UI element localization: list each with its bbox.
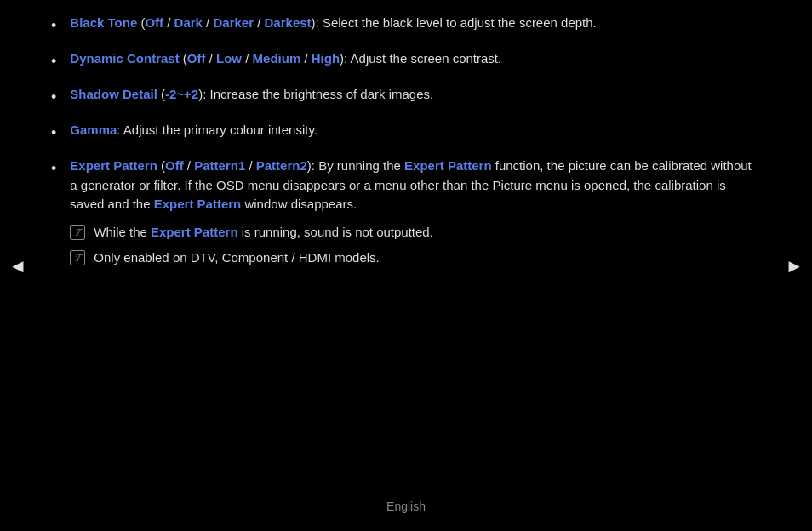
label-dynamic-contrast: Dynamic Contrast (70, 51, 179, 66)
dc-opt4: High (312, 51, 340, 66)
note-line-1: 𝓣 While the Expert Pattern is running, s… (70, 223, 761, 243)
item-text-dynamic-contrast: Dynamic Contrast (Off / Low / Medium / H… (70, 49, 761, 69)
label-black-tone: Black Tone (70, 15, 137, 30)
black-tone-opt1: Off (145, 15, 163, 30)
list-item-expert-pattern: • Expert Pattern (Off / Pattern1 / Patte… (51, 157, 761, 275)
ep-opt2: Pattern1 (194, 158, 245, 173)
main-content: • Black Tone (Off / Dark / Darker / Dark… (0, 0, 812, 338)
ep-inline-label: Expert Pattern (404, 158, 492, 173)
item-text-shadow-detail: Shadow Detail (-2~+2): Increase the brig… (70, 85, 761, 105)
label-shadow-detail: Shadow Detail (70, 87, 157, 101)
black-tone-opt4: Darkest (265, 15, 312, 30)
list-item-gamma: • Gamma: Adjust the primary colour inten… (51, 121, 761, 145)
label-gamma: Gamma (70, 123, 117, 137)
item-text-gamma: Gamma: Adjust the primary colour intensi… (70, 121, 761, 140)
bullet-icon: • (51, 157, 56, 180)
item-text-black-tone: Black Tone (Off / Dark / Darker / Darkes… (70, 14, 761, 33)
dc-opt3: Medium (253, 51, 301, 66)
item-text-expert-pattern: Expert Pattern (Off / Pattern1 / Pattern… (70, 157, 761, 275)
note-line-2: 𝓣 Only enabled on DTV, Component / HDMI … (70, 248, 761, 268)
black-tone-opt3: Darker (213, 15, 254, 30)
list-item-dynamic-contrast: • Dynamic Contrast (Off / Low / Medium /… (51, 49, 761, 73)
bullet-icon: • (51, 50, 56, 73)
content-list: • Black Tone (Off / Dark / Darker / Dark… (51, 14, 761, 275)
note1-highlight: Expert Pattern (151, 225, 238, 239)
note-icon-1: 𝓣 (70, 225, 85, 240)
note-icon-2: 𝓣 (70, 250, 85, 266)
ep-opt1: Off (165, 158, 184, 173)
footer-language: English (386, 498, 426, 516)
notes-block: 𝓣 While the Expert Pattern is running, s… (70, 223, 761, 268)
bullet-icon: • (51, 14, 56, 37)
note-text-1: While the Expert Pattern is running, sou… (94, 223, 433, 243)
ep-inline-label2: Expert Pattern (154, 197, 242, 211)
label-expert-pattern: Expert Pattern (70, 158, 157, 173)
list-item-black-tone: • Black Tone (Off / Dark / Darker / Dark… (51, 14, 761, 37)
list-item-shadow-detail: • Shadow Detail (-2~+2): Increase the br… (51, 85, 761, 109)
dc-opt2: Low (216, 51, 242, 66)
ep-opt3: Pattern2 (256, 158, 307, 173)
dc-opt1: Off (187, 51, 206, 66)
note-text-2: Only enabled on DTV, Component / HDMI mo… (94, 248, 379, 268)
bullet-icon: • (51, 86, 56, 109)
sd-range: -2~+2 (165, 87, 198, 101)
black-tone-opt2: Dark (174, 15, 203, 30)
bullet-icon: • (51, 122, 56, 145)
